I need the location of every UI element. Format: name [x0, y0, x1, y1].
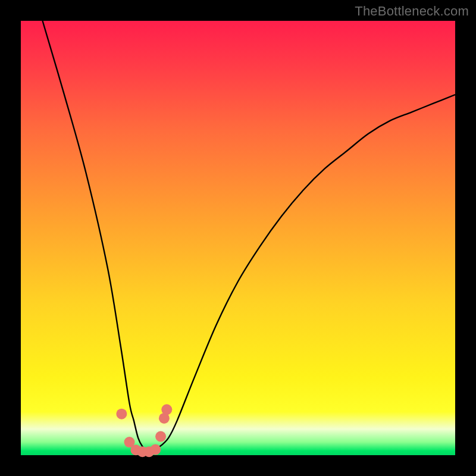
watermark-text: TheBottleneck.com — [355, 4, 469, 19]
curve-marker — [161, 404, 172, 415]
chart-frame: TheBottleneck.com — [0, 0, 476, 476]
curve-marker — [116, 409, 127, 419]
curve-markers — [116, 404, 172, 457]
curve-marker — [155, 431, 166, 442]
bottleneck-curve-path — [43, 21, 456, 452]
bottleneck-curve-svg — [21, 21, 455, 455]
plot-area — [21, 21, 455, 455]
curve-marker — [150, 444, 161, 455]
